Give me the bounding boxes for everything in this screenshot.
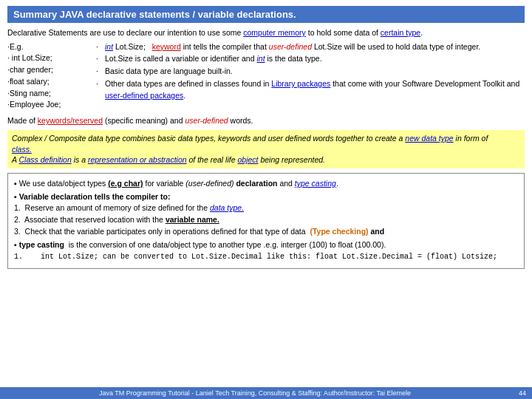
complex-section: Complex / Composite data type combines b… bbox=[7, 130, 525, 168]
complex-text2: in form of bbox=[454, 134, 488, 143]
complex-text-end: being represented. bbox=[259, 155, 325, 164]
bullet-4: · bbox=[96, 78, 102, 102]
type-checking-label: (Type checking) bbox=[310, 227, 368, 236]
keywords-reserved-link[interactable]: keywords/reserved bbox=[38, 116, 103, 125]
complex-text-is-a: is a bbox=[72, 155, 88, 164]
page-title: Summary JAVA declarative statements / va… bbox=[13, 9, 296, 20]
type-casting-link[interactable]: type casting bbox=[295, 179, 336, 188]
complex-text-real: of the real life bbox=[187, 155, 238, 164]
sub-item-2-1: 1. Reserve an amount of memory of size d… bbox=[14, 202, 518, 214]
title-bar: Summary JAVA declarative statements / va… bbox=[7, 6, 525, 23]
certain-type-link[interactable]: certain type bbox=[381, 28, 420, 37]
bullets-box: ▪ We use data/object types (e.g char) fo… bbox=[7, 173, 525, 270]
declaration-bold: declaration bbox=[236, 179, 277, 188]
bullet2-header: Variable declaration tells the compiler … bbox=[19, 192, 171, 201]
intro-text2: to hold some data of bbox=[306, 28, 381, 37]
sub-list-3: 1. int Lot.Size; can be converted to Lot… bbox=[14, 250, 518, 262]
eg-item-2: ·char gender; bbox=[7, 64, 96, 76]
bullet-item-1: ▪ We use data/object types (e.g char) fo… bbox=[14, 178, 518, 190]
made-of-text1: Made of bbox=[7, 116, 38, 125]
eg-item-4: ·Sting name; bbox=[7, 88, 96, 100]
bullet1-content: We use data/object types (e.g char) for … bbox=[19, 179, 338, 188]
keyword-label: keyword bbox=[152, 42, 181, 51]
bullet-sym-3: ▪ bbox=[14, 240, 19, 249]
and-bold: and bbox=[371, 227, 385, 236]
line4-content: Other data types are defined in classes … bbox=[105, 78, 525, 102]
variable-name-ref: variable name. bbox=[166, 215, 219, 224]
page-container: Summary JAVA declarative statements / va… bbox=[0, 0, 532, 399]
eg-item-3: ·float salary; bbox=[7, 76, 96, 88]
int-keyword: int bbox=[105, 42, 113, 51]
intro-text: Declarative Statements are use to declar… bbox=[7, 27, 525, 38]
class-link[interactable]: class. bbox=[12, 145, 32, 154]
intro-text1: Declarative Statements are use to declar… bbox=[7, 28, 243, 37]
sub-item-2-3: 3. Check that the variable participates … bbox=[14, 226, 518, 238]
eg-item-5: ·Employee Joe; bbox=[7, 99, 96, 111]
made-of-text3: words. bbox=[228, 116, 253, 125]
user-defined-words-link[interactable]: user-defined bbox=[185, 116, 228, 125]
example-line-3: · Basic data type are language built-in. bbox=[96, 66, 525, 78]
code-example: 1. int Lot.Size; can be converted to Lot… bbox=[14, 253, 497, 261]
computer-memory-link[interactable]: computer memory bbox=[243, 28, 306, 37]
a-label: A bbox=[12, 155, 19, 164]
type-casting-bold: type casting bbox=[19, 240, 64, 249]
bullet-2: · bbox=[96, 53, 102, 65]
bullet-sym-1: ▪ bbox=[14, 179, 19, 188]
bullet-1: · bbox=[96, 41, 102, 53]
examples-left: ·E.g. · int Lot.Size; ·char gender; ·flo… bbox=[7, 41, 96, 112]
made-of-line: Made of keywords/reserved (specific mean… bbox=[7, 115, 525, 126]
user-defined-1: user-defined bbox=[269, 42, 312, 51]
eg-item-1: · int Lot.Size; bbox=[7, 52, 96, 64]
examples-right: · int Lot.Size; keyword int tells the co… bbox=[96, 41, 525, 112]
complex-line1: Complex / Composite data type combines b… bbox=[12, 133, 520, 144]
line2-content: Lot.Size is called a variable or identif… bbox=[105, 53, 322, 65]
example-line-1: · int Lot.Size; keyword int tells the co… bbox=[96, 41, 525, 53]
footer-page: 44 bbox=[504, 389, 526, 397]
eg-char: (e.g char) bbox=[108, 179, 143, 188]
data-type-link-1[interactable]: data type. bbox=[210, 203, 244, 212]
made-of-text2: (specific meaning) and bbox=[103, 116, 185, 125]
line1-content: int Lot.Size; keyword int tells the comp… bbox=[105, 41, 480, 53]
eg-label: ·E.g. bbox=[7, 41, 96, 53]
bullet-sym-2: ▪ bbox=[14, 192, 19, 201]
example-line-2: · Lot.Size is called a variable or ident… bbox=[96, 53, 525, 65]
example-line-4: · Other data types are defined in classe… bbox=[96, 78, 525, 102]
complex-line2: class. bbox=[12, 144, 520, 155]
footer-bar: Java TM Programming Tutorial - Laniel Te… bbox=[0, 387, 532, 399]
bullet-item-3: ▪ type casting is the conversion of one … bbox=[14, 239, 518, 263]
sub-item-3-1: 1. int Lot.Size; can be converted to Lot… bbox=[14, 250, 518, 262]
line3-content: Basic data type are language built-in. bbox=[105, 66, 233, 78]
sub-item-2-2: 2. Associate that reserved location with… bbox=[14, 214, 518, 226]
bullet-3: · bbox=[96, 66, 102, 78]
class-definition-link[interactable]: Class definition bbox=[19, 155, 72, 164]
sub-list-2: 1. Reserve an amount of memory of size d… bbox=[14, 202, 518, 237]
representation-link[interactable]: representation or abstraction bbox=[88, 155, 187, 164]
complex-line3: A Class definition is a representation o… bbox=[12, 154, 520, 166]
new-data-type-link[interactable]: new data type bbox=[405, 134, 453, 143]
user-defined-packages-link[interactable]: user-defined packages bbox=[105, 91, 183, 100]
int-ref: int bbox=[256, 54, 265, 63]
intro-text3: . bbox=[420, 28, 423, 37]
footer-text: Java TM Programming Tutorial - Laniel Te… bbox=[6, 389, 504, 397]
bullet-item-2: ▪ Variable declaration tells the compile… bbox=[14, 191, 518, 238]
examples-box: ·E.g. · int Lot.Size; ·char gender; ·flo… bbox=[7, 41, 525, 112]
complex-text1: Complex / Composite data type combines b… bbox=[12, 134, 405, 143]
user-defined-var: (user-defined) bbox=[185, 179, 233, 188]
bullet3-text: is the conversion of one data/object typ… bbox=[64, 240, 386, 249]
object-link[interactable]: object bbox=[237, 155, 258, 164]
library-packages-link[interactable]: Library packages bbox=[271, 79, 330, 88]
